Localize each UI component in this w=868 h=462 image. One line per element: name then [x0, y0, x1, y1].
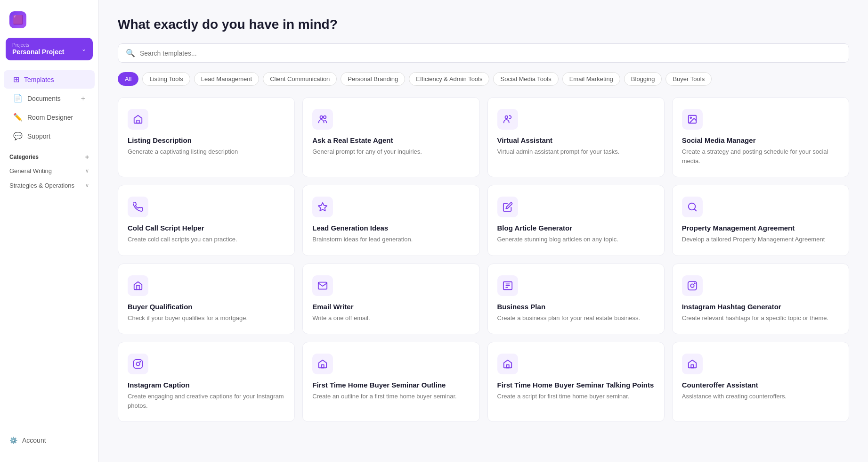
category-item-strategies-operations[interactable]: Strategies & Operations ∨	[0, 178, 98, 193]
nav-label-templates: Templates	[24, 76, 54, 83]
nav-label-room-designer: Room Designer	[27, 114, 73, 121]
svg-marker-6	[318, 203, 327, 211]
card-title-lead-generation-ideas: Lead Generation Ideas	[312, 224, 470, 232]
card-title-first-time-home-buyer-outline: First Time Home Buyer Seminar Outline	[312, 381, 470, 389]
category-label-general-writing: General Writing	[9, 167, 52, 174]
page-title: What exactly do you have in mind?	[118, 17, 849, 32]
card-desc-blog-article-generator: Generate stunning blog articles on any t…	[497, 235, 655, 244]
svg-point-20	[136, 362, 139, 365]
card-property-management-agreement[interactable]: Property Management Agreement Develop a …	[672, 185, 849, 256]
card-desc-virtual-assistant: Virtual admin assistant prompt for your …	[497, 147, 655, 157]
card-lead-generation-ideas[interactable]: Lead Generation Ideas Brainstorm ideas f…	[302, 185, 479, 256]
svg-point-3	[505, 116, 508, 119]
account-item[interactable]: ⚙️ Account	[4, 432, 95, 449]
add-document-button[interactable]: +	[81, 94, 85, 103]
filter-tag-all[interactable]: All	[118, 72, 138, 86]
filter-tag-listing-tools[interactable]: Listing Tools	[142, 72, 190, 86]
app-logo: 🟪	[9, 11, 26, 28]
card-counteroffer-assistant[interactable]: Counteroffer Assistant Assistance with c…	[672, 342, 849, 422]
sidebar-item-support[interactable]: 💬 Support	[4, 127, 95, 145]
nav-label-support: Support	[27, 132, 50, 140]
card-title-listing-description: Listing Description	[128, 136, 285, 144]
project-selector[interactable]: Projects Personal Project ⌄	[6, 38, 93, 60]
card-ask-real-estate-agent[interactable]: Ask a Real Estate Agent General prompt f…	[302, 97, 479, 177]
filter-tag-buyer-tools[interactable]: Buyer Tools	[665, 72, 712, 86]
card-virtual-assistant[interactable]: Virtual Assistant Virtual admin assistan…	[487, 97, 665, 177]
gear-icon: ⚙️	[9, 437, 17, 444]
card-icon-first-time-home-buyer-talking-points	[497, 354, 518, 374]
documents-icon: 📄	[13, 94, 23, 103]
card-desc-cold-call-script: Create cold call scripts you can practic…	[128, 235, 285, 244]
card-icon-email-writer	[312, 275, 333, 296]
card-icon-first-time-home-buyer-outline	[312, 354, 333, 374]
svg-point-2	[324, 116, 326, 119]
card-desc-instagram-caption: Create engaging and creative captions fo…	[128, 392, 285, 410]
filter-tags: AllListing ToolsLead ManagementClient Co…	[118, 72, 849, 86]
filter-tag-client-communication[interactable]: Client Communication	[263, 72, 337, 86]
nav-items: ⊞ Templates 📄 Documents + ✏️ Room Design…	[0, 70, 98, 146]
card-icon-blog-article-generator	[497, 197, 518, 217]
svg-rect-22	[322, 365, 324, 368]
filter-tag-personal-branding[interactable]: Personal Branding	[341, 72, 405, 86]
card-icon-virtual-assistant	[497, 109, 518, 130]
svg-point-5	[690, 117, 691, 118]
card-title-property-management-agreement: Property Management Agreement	[682, 224, 839, 232]
templates-icon: ⊞	[13, 75, 19, 84]
card-blog-article-generator[interactable]: Blog Article Generator Generate stunning…	[487, 185, 665, 256]
category-chevron-general-writing: ∨	[85, 168, 89, 174]
svg-point-17	[690, 284, 694, 287]
sidebar: 🟪 Projects Personal Project ⌄ ⊞ Template…	[0, 0, 99, 462]
filter-tag-email-marketing[interactable]: Email Marketing	[562, 72, 620, 86]
card-desc-social-media-manager: Create a strategy and posting schedule f…	[682, 147, 839, 165]
filter-tag-blogging[interactable]: Blogging	[624, 72, 662, 86]
main-content: What exactly do you have in mind? 🔍 AllL…	[99, 0, 868, 462]
svg-point-1	[320, 116, 323, 119]
card-title-first-time-home-buyer-talking-points: First Time Home Buyer Seminar Talking Po…	[497, 381, 655, 389]
sidebar-item-templates[interactable]: ⊞ Templates	[4, 70, 95, 89]
svg-rect-19	[134, 360, 142, 368]
card-title-social-media-manager: Social Media Manager	[682, 136, 839, 144]
card-first-time-home-buyer-outline[interactable]: First Time Home Buyer Seminar Outline Cr…	[302, 342, 479, 422]
card-desc-listing-description: Generate a captivating listing descripti…	[128, 147, 285, 157]
card-email-writer[interactable]: Email Writer Write a one off email.	[302, 264, 479, 335]
category-label-strategies-operations: Strategies & Operations	[9, 182, 74, 189]
card-instagram-caption[interactable]: Instagram Caption Create engaging and cr…	[118, 342, 295, 422]
svg-rect-23	[506, 365, 509, 368]
card-icon-cold-call-script	[128, 197, 148, 217]
categories-list: General Writing ∨ Strategies & Operation…	[0, 164, 98, 193]
svg-rect-24	[691, 365, 694, 368]
sidebar-bottom: ⚙️ Account	[0, 426, 98, 454]
filter-tag-efficiency-admin[interactable]: Efficiency & Admin Tools	[409, 72, 489, 86]
card-icon-buyer-qualification	[128, 275, 148, 296]
card-desc-ask-real-estate-agent: General prompt for any of your inquiries…	[312, 147, 470, 157]
card-title-cold-call-script: Cold Call Script Helper	[128, 224, 285, 232]
svg-rect-0	[137, 120, 139, 123]
filter-tag-social-media[interactable]: Social Media Tools	[493, 72, 558, 86]
card-desc-lead-generation-ideas: Brainstorm ideas for lead generation.	[312, 235, 470, 244]
card-first-time-home-buyer-talking-points[interactable]: First Time Home Buyer Seminar Talking Po…	[487, 342, 665, 422]
card-buyer-qualification[interactable]: Buyer Qualification Check if your buyer …	[118, 264, 295, 335]
card-listing-description[interactable]: Listing Description Generate a captivati…	[118, 97, 295, 177]
nav-label-documents: Documents	[27, 95, 61, 102]
add-category-button[interactable]: +	[85, 153, 89, 161]
card-title-email-writer: Email Writer	[312, 303, 470, 311]
card-icon-instagram-hashtag-generator	[682, 275, 703, 296]
support-icon: 💬	[13, 132, 23, 140]
card-social-media-manager[interactable]: Social Media Manager Create a strategy a…	[672, 97, 849, 177]
card-desc-first-time-home-buyer-talking-points: Create a script for first time home buye…	[497, 392, 655, 401]
card-instagram-hashtag-generator[interactable]: Instagram Hashtag Generator Create relev…	[672, 264, 849, 335]
sidebar-item-room-designer[interactable]: ✏️ Room Designer	[4, 108, 95, 126]
filter-tag-lead-management[interactable]: Lead Management	[194, 72, 259, 86]
category-item-general-writing[interactable]: General Writing ∨	[0, 164, 98, 178]
card-icon-counteroffer-assistant	[682, 354, 703, 374]
account-label: Account	[22, 437, 46, 444]
svg-point-21	[140, 361, 141, 362]
card-title-business-plan: Business Plan	[497, 303, 655, 311]
sidebar-item-documents[interactable]: 📄 Documents +	[4, 89, 95, 107]
card-cold-call-script[interactable]: Cold Call Script Helper Create cold call…	[118, 185, 295, 256]
search-input[interactable]	[140, 50, 841, 57]
card-business-plan[interactable]: Business Plan Create a business plan for…	[487, 264, 665, 335]
room-designer-icon: ✏️	[13, 113, 23, 122]
logo-area: 🟪	[0, 8, 98, 38]
card-icon-listing-description	[128, 109, 148, 130]
